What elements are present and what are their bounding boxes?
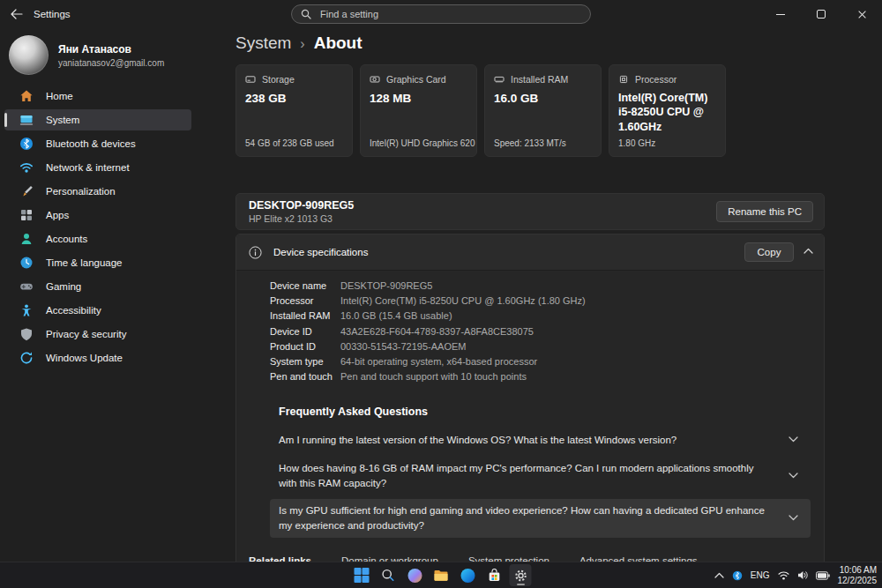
sidebar-item-label: Bluetooth & devices	[46, 138, 136, 149]
spec-value: Intel(R) Core(TM) i5-8250U CPU @ 1.60GHz…	[340, 295, 586, 306]
sidebar: Яни Атанасов yaniatanasov2@gmail.com Hom…	[0, 28, 219, 562]
card-label: Graphics Card	[386, 74, 446, 85]
spec-row: Pen and touch Pen and touch support with…	[236, 369, 824, 384]
sidebar-item-system[interactable]: System	[4, 109, 191, 130]
back-button[interactable]	[5, 3, 28, 26]
personalization-icon	[19, 184, 34, 198]
sidebar-item-label: Accounts	[46, 234, 87, 244]
windows-start-icon	[355, 568, 370, 583]
sidebar-item-accessibility[interactable]: Accessibility	[4, 300, 191, 321]
breadcrumb-separator: ›	[300, 35, 304, 52]
spec-label: Product ID	[270, 341, 340, 352]
sidebar-item-home[interactable]: Home	[4, 86, 191, 107]
faq-title: Frequently Asked Questions	[279, 406, 824, 418]
rename-pc-button[interactable]: Rename this PC	[716, 201, 813, 222]
minimize-button[interactable]	[760, 0, 801, 28]
network-icon	[19, 160, 34, 175]
settings-gear-icon	[513, 569, 527, 583]
sidebar-item-label: Apps	[46, 210, 69, 220]
user-account[interactable]: Яни Атанасов yaniatanasov2@gmail.com	[9, 35, 164, 75]
spec-row: Installed RAM 16.0 GB (15.4 GB usable)	[236, 309, 824, 324]
sidebar-item-time-language[interactable]: Time & language	[4, 252, 191, 273]
sidebar-item-personalization[interactable]: Personalization	[4, 181, 191, 202]
language-indicator[interactable]: ENG	[751, 570, 770, 580]
spec-label: Processor	[270, 295, 340, 306]
volume-tray-icon[interactable]	[797, 570, 808, 580]
spec-label: Device name	[270, 280, 340, 291]
card-caption: 1.80 GHz	[618, 138, 655, 148]
start-button[interactable]	[351, 564, 373, 586]
wifi-tray-icon[interactable]	[778, 571, 789, 580]
info-icon	[249, 246, 262, 259]
faq-question-2[interactable]: How does having 8-16 GB of RAM impact my…	[270, 457, 811, 495]
faq-question-text: Is my GPU sufficient for high end gaming…	[279, 503, 772, 532]
microsoft-store-icon	[487, 569, 501, 583]
spec-row: System type 64-bit operating system, x64…	[236, 354, 824, 368]
settings-taskbar-button[interactable]	[510, 564, 532, 586]
sidebar-item-label: System	[46, 115, 79, 125]
sidebar-item-label: Home	[46, 91, 73, 101]
minimize-icon	[776, 14, 785, 15]
faq-question-text: Am I running the latest version of the W…	[279, 433, 676, 448]
sidebar-item-privacy-security[interactable]: Privacy & security	[4, 324, 191, 345]
sidebar-item-apps[interactable]: Apps	[4, 205, 191, 226]
back-arrow-icon	[11, 9, 23, 19]
sidebar-item-accounts[interactable]: Accounts	[4, 228, 191, 249]
spec-value: 64-bit operating system, x64-based proce…	[340, 356, 537, 367]
avatar	[9, 35, 49, 75]
faq-question-3[interactable]: Is my GPU sufficient for high end gaming…	[270, 499, 811, 538]
file-explorer-button[interactable]	[430, 564, 452, 586]
bluetooth-tray-icon[interactable]	[732, 570, 743, 581]
spec-value: 43A2E628-F604-4789-8397-A8FA8CE38075	[340, 326, 534, 337]
device-specifications-header[interactable]: Device specifications Copy	[236, 234, 824, 270]
device-name-row: DESKTOP-909REG5 HP Elite x2 1013 G3 Rena…	[235, 193, 825, 230]
search-icon	[382, 569, 395, 582]
chevron-down-icon	[789, 473, 798, 479]
chevron-down-icon	[789, 436, 798, 443]
app-title: Settings	[34, 9, 71, 19]
processor-card: Processor Intel(R) Core(TM) i5-8250U CPU…	[609, 64, 726, 157]
settings-search-box[interactable]	[291, 4, 591, 24]
sidebar-item-label: Privacy & security	[46, 329, 126, 339]
copy-button[interactable]: Copy	[744, 242, 794, 262]
spec-label: Installed RAM	[270, 310, 340, 321]
restore-button[interactable]	[801, 0, 841, 28]
chevron-up-icon[interactable]	[804, 248, 813, 254]
sidebar-item-label: Accessibility	[46, 305, 101, 316]
card-value: 128 MB	[370, 91, 467, 107]
accounts-icon	[19, 232, 34, 246]
storage-card: Storage 238 GB 54 GB of 238 GB used	[235, 64, 353, 157]
window-controls	[760, 0, 882, 28]
sidebar-item-bluetooth-devices[interactable]: Bluetooth & devices	[4, 133, 191, 154]
card-value: Intel(R) Core(TM) i5-8250U CPU @ 1.60GHz	[618, 91, 716, 134]
card-caption: Intel(R) UHD Graphics 620	[370, 138, 475, 148]
battery-tray-icon[interactable]	[816, 571, 830, 580]
spec-label: Device ID	[270, 326, 340, 337]
file-explorer-icon	[434, 569, 449, 582]
spec-value: DESKTOP-909REG5	[340, 280, 432, 291]
system-icon	[19, 113, 34, 127]
taskbar-buttons	[351, 564, 532, 586]
spec-value: Pen and touch support with 10 touch poin…	[340, 371, 527, 382]
search-input[interactable]	[318, 8, 581, 20]
sidebar-item-network-internet[interactable]: Network & internet	[4, 157, 191, 178]
microsoft-store-button[interactable]	[483, 564, 505, 586]
spec-label: Pen and touch	[270, 371, 340, 382]
clock[interactable]: 10:06 AM 12/2/2025	[838, 565, 878, 586]
edge-button[interactable]	[457, 564, 479, 586]
privacy-icon	[19, 327, 34, 341]
sidebar-item-label: Network & internet	[46, 162, 130, 173]
sidebar-item-windows-update[interactable]: Windows Update	[4, 347, 191, 368]
hidden-icons-chevron-icon[interactable]	[714, 572, 724, 578]
accessibility-icon	[19, 303, 34, 317]
close-button[interactable]	[841, 0, 882, 28]
copilot-button[interactable]	[404, 564, 426, 586]
sidebar-item-gaming[interactable]: Gaming	[4, 276, 191, 297]
restore-icon	[817, 10, 826, 19]
card-label: Storage	[262, 74, 295, 85]
apps-icon	[19, 208, 34, 222]
sidebar-item-label: Gaming	[46, 281, 81, 292]
breadcrumb-system[interactable]: System	[235, 33, 291, 53]
faq-question-1[interactable]: Am I running the latest version of the W…	[270, 427, 811, 453]
taskbar-search-button[interactable]	[377, 564, 400, 586]
